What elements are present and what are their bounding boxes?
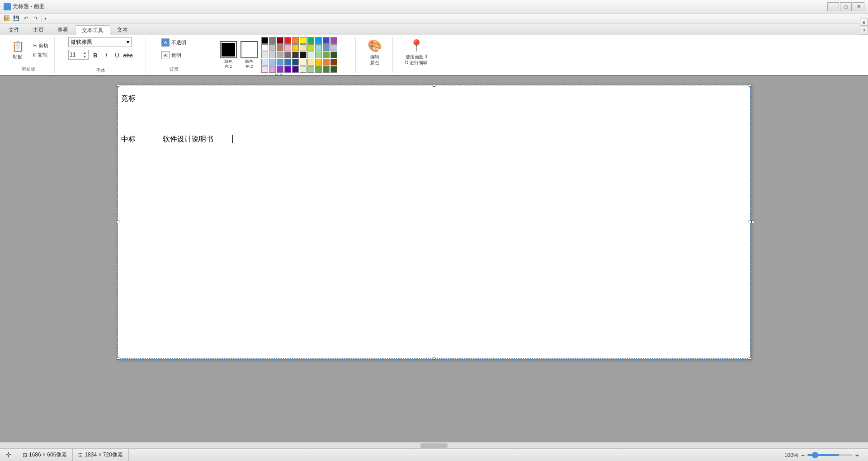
tab-texttools[interactable]: 文本工具 — [75, 25, 110, 35]
handle-bot-right[interactable] — [749, 357, 751, 360]
tab-home[interactable]: 主页 — [26, 25, 51, 35]
font-size-input[interactable] — [69, 52, 83, 58]
minimize-button[interactable]: ─ — [827, 2, 839, 11]
canvas-paper[interactable]: 竞标 中标 软件设计说明书 — [118, 85, 750, 359]
edit-3d-button[interactable]: 📍 使用画图 3D 进行编辑 — [401, 39, 432, 66]
color-swatch[interactable] — [330, 59, 337, 66]
ribbon-group-3d: 📍 使用画图 3D 进行编辑 x — [394, 37, 439, 73]
color-swatch[interactable] — [292, 37, 299, 44]
color-swatch[interactable] — [315, 59, 322, 66]
horizontal-scrollbar[interactable] — [0, 442, 868, 448]
color-swatch[interactable] — [292, 66, 299, 73]
color-swatch[interactable] — [277, 44, 283, 51]
color-swatch[interactable] — [315, 52, 322, 58]
font-name-dropdown[interactable]: 微软雅黑 ▾ — [68, 37, 132, 47]
transparent-option[interactable]: A 透明 — [159, 50, 184, 61]
color-swatch[interactable] — [261, 37, 268, 44]
color-swatch[interactable] — [315, 44, 322, 51]
cut-button[interactable]: ✂ 剪切 — [31, 42, 51, 50]
color-swatch[interactable] — [284, 37, 291, 44]
color-swatch[interactable] — [330, 66, 337, 73]
color-swatch[interactable] — [269, 44, 276, 51]
color-swatch[interactable] — [330, 37, 337, 44]
edit-colors-button[interactable]: 🎨 编辑颜色 — [363, 39, 386, 66]
color1-button[interactable] — [220, 41, 237, 58]
color-swatch[interactable] — [261, 59, 268, 66]
color-swatch[interactable] — [300, 44, 307, 51]
scroll-thumb-horizontal[interactable] — [420, 443, 448, 448]
color-swatch[interactable] — [307, 37, 314, 44]
help-button[interactable]: ? — [860, 27, 868, 35]
color-swatch[interactable] — [269, 59, 276, 66]
app-menu-icon[interactable]: 🖼️ — [3, 14, 11, 23]
bold-button[interactable]: B — [90, 50, 100, 60]
paste-button[interactable]: 📋 粘贴 — [6, 37, 29, 63]
color-swatch[interactable] — [300, 37, 307, 44]
tab-text[interactable]: 文本 — [110, 25, 135, 35]
color-swatch[interactable] — [261, 66, 268, 73]
color-swatch[interactable] — [261, 44, 268, 51]
canvas-text-line2[interactable]: 中标 软件设计说明书 — [121, 135, 233, 144]
color-swatch[interactable] — [284, 59, 291, 66]
handle-top-right[interactable] — [749, 84, 751, 87]
color-swatch[interactable] — [277, 37, 283, 44]
handle-top-mid[interactable] — [433, 84, 435, 87]
color-swatch[interactable] — [323, 66, 330, 73]
maximize-button[interactable]: □ — [840, 2, 852, 11]
zoom-minus-button[interactable]: − — [801, 452, 805, 459]
handle-outer-right[interactable] — [751, 221, 754, 223]
undo-button[interactable]: ↶ — [22, 14, 30, 23]
color-swatch[interactable] — [292, 44, 299, 51]
quick-access-dropdown[interactable]: ▾ — [44, 16, 47, 21]
color-swatch[interactable] — [269, 37, 276, 44]
color-swatch[interactable] — [315, 66, 322, 73]
color-swatch[interactable] — [323, 44, 330, 51]
color-swatch[interactable] — [307, 52, 314, 58]
redo-button[interactable]: ↷ — [31, 14, 39, 23]
color-swatch[interactable] — [330, 44, 337, 51]
tab-view[interactable]: 查看 — [51, 25, 75, 35]
color-swatch[interactable] — [307, 59, 314, 66]
color-swatch[interactable] — [277, 66, 283, 73]
italic-button[interactable]: I — [101, 50, 111, 60]
color2-button[interactable] — [241, 41, 258, 58]
color-swatch[interactable] — [284, 44, 291, 51]
handle-bot-mid[interactable] — [433, 357, 435, 360]
color-swatch[interactable] — [269, 52, 276, 58]
handle-mid-left[interactable] — [117, 221, 119, 223]
color-swatch[interactable] — [261, 52, 268, 58]
opaque-option[interactable]: A 不透明 — [159, 37, 189, 48]
color-swatch[interactable] — [323, 37, 330, 44]
color-swatch[interactable] — [307, 44, 314, 51]
tab-file[interactable]: 文件 — [2, 25, 26, 35]
move-cursor-icon: ✛ — [5, 451, 11, 459]
handle-bot-left[interactable] — [117, 357, 119, 360]
zoom-plus-button[interactable]: + — [855, 452, 859, 459]
color-swatch[interactable] — [300, 59, 307, 66]
collapse-ribbon-button[interactable]: ▲ — [860, 18, 868, 26]
color-swatch[interactable] — [284, 66, 291, 73]
color-swatch[interactable] — [307, 66, 314, 73]
color-swatch[interactable] — [300, 52, 307, 58]
color-swatch[interactable] — [315, 37, 322, 44]
handle-top-left[interactable] — [117, 84, 119, 87]
color-swatch[interactable] — [277, 52, 283, 58]
copy-button[interactable]: ⎘ 复制 — [31, 51, 51, 59]
close-button[interactable]: ✕ — [853, 2, 864, 11]
save-button[interactable]: 💾 — [12, 14, 20, 23]
underline-button[interactable]: U — [112, 50, 122, 60]
canvas-text-line1[interactable]: 竞标 — [121, 94, 136, 103]
color-swatch[interactable] — [277, 59, 283, 66]
color-swatch[interactable] — [300, 66, 307, 73]
color-buttons: 颜色色 1 — [220, 41, 237, 69]
zoom-slider[interactable] — [807, 454, 853, 456]
color-swatch[interactable] — [269, 66, 276, 73]
color-swatch[interactable] — [330, 52, 337, 58]
color-swatch[interactable] — [292, 59, 299, 66]
color-swatch[interactable] — [292, 52, 299, 58]
strikethrough-button[interactable]: abc — [123, 50, 133, 60]
font-size-arrows[interactable]: ▲ ▼ — [83, 51, 86, 59]
color-swatch[interactable] — [323, 59, 330, 66]
color-swatch[interactable] — [323, 52, 330, 58]
color-swatch[interactable] — [284, 52, 291, 58]
